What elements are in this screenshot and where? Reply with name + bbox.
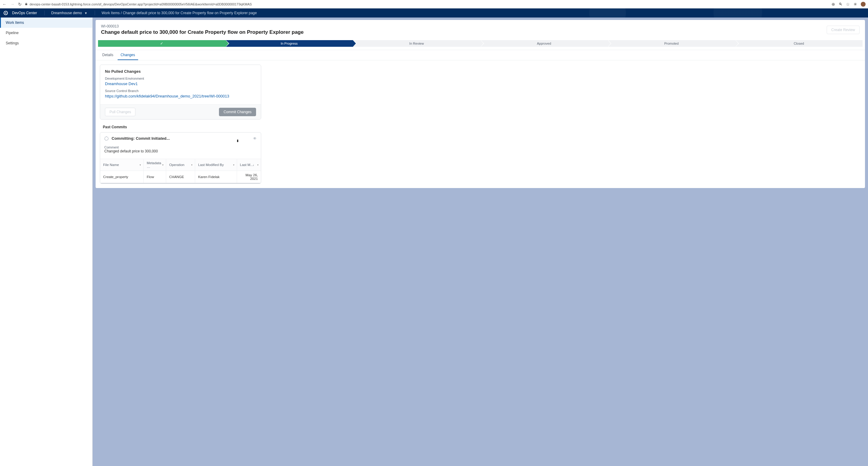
col-date[interactable]: Last M…↓▾ xyxy=(237,159,261,171)
past-commits-heading: Past Commits xyxy=(103,125,861,129)
files-table: File Name▾ Metadata …▾ Operation▾ Last M… xyxy=(100,159,261,183)
step-approved[interactable]: Approved xyxy=(480,40,608,47)
cell-file: Create_property xyxy=(100,171,144,183)
branch-link[interactable]: https://github.com/kfidelak94/Dreamhouse… xyxy=(105,94,229,98)
step-in-review[interactable]: In Review xyxy=(353,40,480,47)
step-label: In Progress xyxy=(281,42,298,45)
zoom-icon[interactable]: 🔍︎ xyxy=(839,2,842,6)
commit-status: Committing: Commit Initiated... xyxy=(112,136,170,141)
spinner-icon xyxy=(104,137,108,141)
page-title: Change default price to 300,000 for Crea… xyxy=(101,29,304,35)
app-logo-icon xyxy=(4,11,8,15)
app-shell: Work Items Pipeline Settings WI-000013 C… xyxy=(0,18,868,466)
step-in-progress[interactable]: In Progress xyxy=(226,40,353,47)
url-bar[interactable]: 🔒︎ devops-center-basalt-0153.lightning.f… xyxy=(25,2,829,6)
commit-card: Committing: Commit Initiated... 👁︎ Comme… xyxy=(100,132,261,184)
sidebar-item-label: Work Items xyxy=(6,21,24,25)
tab-body: No Pulled Changes Development Environmen… xyxy=(96,60,865,188)
sidebar-item-work-items[interactable]: Work Items xyxy=(0,18,92,28)
project-selector[interactable]: Dreamhouse demo ▼ xyxy=(51,11,88,15)
chevron-down-icon: ▾ xyxy=(257,164,258,166)
lock-icon: 🔒︎ xyxy=(25,2,28,6)
eye-icon[interactable]: 👁︎ xyxy=(253,137,257,141)
browser-actions: ⊕ 🔍︎ ☆ ✳ xyxy=(832,2,866,7)
project-name: Dreamhouse demo xyxy=(51,11,82,15)
tab-label: Details xyxy=(102,53,114,57)
forward-icon[interactable]: → xyxy=(10,2,14,7)
branch-label: Source Control Branch xyxy=(105,89,256,93)
url-text: devops-center-basalt-0153.lightning.forc… xyxy=(30,2,252,6)
col-file[interactable]: File Name▾ xyxy=(100,159,144,171)
install-icon[interactable]: ⊕ xyxy=(832,2,835,7)
step-promoted[interactable]: Promoted xyxy=(608,40,735,47)
sidebar: Work Items Pipeline Settings xyxy=(0,18,93,466)
env-link[interactable]: Dreamhouse Dev1 xyxy=(105,82,137,86)
breadcrumb: Work Items / Change default price to 300… xyxy=(102,11,257,15)
step-label: Promoted xyxy=(664,42,679,45)
col-op[interactable]: Operation▾ xyxy=(166,159,195,171)
pulled-changes-card: No Pulled Changes Development Environmen… xyxy=(100,65,261,119)
tab-changes[interactable]: Changes xyxy=(118,50,138,60)
reload-icon[interactable]: ↻ xyxy=(18,2,22,7)
comment-text: Changed default price to 300,000 xyxy=(104,149,257,153)
breadcrumb-sep: / xyxy=(121,11,122,15)
sidebar-item-pipeline[interactable]: Pipeline xyxy=(0,28,92,38)
tab-label: Changes xyxy=(121,53,135,57)
step-closed[interactable]: Closed xyxy=(735,40,863,47)
work-item-id: WI-000013 xyxy=(101,24,304,28)
tabs-card: Details Changes No Pulled Changes Develo… xyxy=(96,50,865,188)
step-label: In Review xyxy=(409,42,424,45)
breadcrumb-root[interactable]: Work Items xyxy=(102,11,120,15)
check-icon: ✓ xyxy=(160,41,163,46)
progress-path: ✓ In Progress In Review Approved Promote… xyxy=(96,40,865,50)
cell-date: May 26, 2021 xyxy=(237,171,261,183)
chevron-down-icon: ▼ xyxy=(85,11,88,15)
browser-nav: ← → ↻ xyxy=(2,2,22,7)
breadcrumb-current: Change default price to 300,000 for Crea… xyxy=(123,11,257,15)
col-by[interactable]: Last Modified By▾ xyxy=(195,159,237,171)
pulled-title: No Pulled Changes xyxy=(105,69,256,74)
app-name: DevOps Center xyxy=(12,11,37,15)
step-label: Closed xyxy=(794,42,804,45)
page-header: WI-000013 Change default price to 300,00… xyxy=(96,20,865,40)
cell-by: Karen Fidelak xyxy=(195,171,237,183)
step-label: Approved xyxy=(537,42,551,45)
table-row[interactable]: Create_property Flow CHANGE Karen Fidela… xyxy=(100,171,261,183)
chevron-down-icon: ▾ xyxy=(233,164,234,166)
commit-changes-button[interactable]: Commit Changes xyxy=(219,108,256,116)
chevron-down-icon: ▾ xyxy=(140,164,141,166)
chevron-down-icon: ▾ xyxy=(191,164,192,166)
app-bar: DevOps Center Dreamhouse demo ▼ Work Ite… xyxy=(0,8,868,18)
tab-details[interactable]: Details xyxy=(99,50,116,60)
browser-bar: ← → ↻ 🔒︎ devops-center-basalt-0153.light… xyxy=(0,0,868,8)
step-done[interactable]: ✓ xyxy=(98,40,226,47)
cell-op: CHANGE xyxy=(166,171,195,183)
pull-changes-button[interactable]: Pull Changes xyxy=(105,108,135,116)
sidebar-item-label: Pipeline xyxy=(6,31,19,35)
sidebar-item-settings[interactable]: Settings xyxy=(0,38,92,48)
back-icon[interactable]: ← xyxy=(2,2,7,7)
extensions-icon[interactable]: ✳ xyxy=(854,2,857,7)
sidebar-item-label: Settings xyxy=(6,41,19,45)
cell-meta: Flow xyxy=(144,171,166,183)
chevron-down-icon: ▾ xyxy=(162,164,163,166)
comment-label: Comment xyxy=(104,145,257,149)
env-label: Development Environment xyxy=(105,77,256,80)
sort-down-icon: ↓ xyxy=(253,163,254,166)
content: WI-000013 Change default price to 300,00… xyxy=(93,18,868,466)
col-meta[interactable]: Metadata …▾ xyxy=(144,159,166,171)
bookmark-icon[interactable]: ☆ xyxy=(846,2,850,7)
tabs: Details Changes xyxy=(96,50,865,60)
create-review-button[interactable]: Create Review xyxy=(827,26,860,34)
profile-avatar[interactable] xyxy=(861,2,866,7)
